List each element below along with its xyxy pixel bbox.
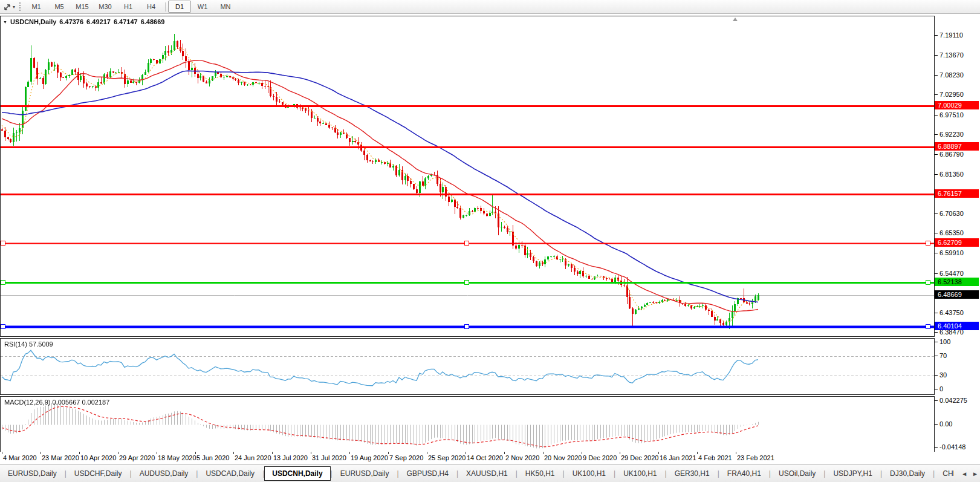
tf-button-m1[interactable]: M1 [25, 1, 48, 13]
date-label: 16 Jan 2021 [660, 454, 696, 461]
date-label: 20 Nov 2020 [544, 454, 582, 461]
tab-usdcnh-daily[interactable]: USDCNH,Daily [264, 466, 330, 481]
tab-gbpusd-h4[interactable]: GBPUSD,H4 [399, 466, 456, 481]
date-tick-mark [388, 452, 389, 454]
tf-button-m5[interactable]: M5 [48, 1, 71, 13]
date-tick-mark [157, 452, 157, 454]
price-tick-label: 7.19110 [939, 31, 963, 39]
tf-button-d1[interactable]: D1 [168, 1, 191, 13]
date-tick-mark [195, 452, 196, 454]
price-tick-label: 6.92230 [939, 131, 964, 138]
rsi-value: 57.5009 [29, 340, 53, 348]
symbol-expand-icon[interactable]: ▼ [3, 20, 7, 24]
tab-dj30-daily[interactable]: DJ30,Daily [882, 466, 933, 481]
toolbar-grip[interactable] [19, 2, 21, 11]
date-tick-mark [41, 452, 41, 454]
chevron-down-icon[interactable]: ▾ [13, 4, 15, 10]
chart-shift-marker[interactable] [733, 18, 738, 21]
date-label: 10 Apr 2020 [80, 454, 116, 461]
price-tick-label: 7.08230 [939, 71, 964, 79]
date-label: 24 Jun 2020 [235, 454, 271, 461]
axis-tick-mark [935, 375, 938, 376]
date-tick-mark [466, 452, 466, 454]
level-badge-6.76157: 6.76157 [935, 189, 979, 198]
tab-eurusd-daily[interactable]: EURUSD,Daily [333, 466, 397, 481]
axis-tick-mark [935, 313, 938, 313]
tab-hk50-h1[interactable]: HK50,H1 [518, 466, 563, 481]
price-tick-label: 6.43750 [939, 309, 964, 316]
axis-tick-mark [935, 233, 938, 233]
macd-tick-label: 0.042275 [939, 397, 967, 404]
axis-tick-mark [935, 94, 938, 95]
price-tick-label: 6.65350 [939, 229, 964, 236]
price-tick-label: 6.54470 [939, 270, 964, 277]
date-tick-mark [2, 452, 2, 454]
date-tick-mark [620, 452, 620, 454]
rsi-tick-label: 70 [939, 352, 947, 359]
level-badge-6.52138: 6.52138 [935, 278, 979, 286]
date-tick-mark [658, 452, 659, 454]
axis-tick-mark [935, 447, 938, 448]
date-label: 31 Jul 2020 [312, 454, 346, 461]
rsi-pane: RSI(14) 57.5009 [0, 338, 935, 395]
date-tick-mark [118, 452, 118, 454]
tf-button-m30[interactable]: M30 [94, 1, 117, 13]
tab-usdchf-daily[interactable]: USDCHF,Daily [67, 466, 130, 481]
date-label: 19 Aug 2020 [351, 454, 388, 461]
axis-tick-mark [935, 273, 938, 274]
tf-button-h4[interactable]: H4 [140, 1, 163, 13]
date-label: 4 Mar 2020 [3, 454, 37, 461]
tf-button-h1[interactable]: H1 [117, 1, 140, 13]
tab-fra40-h1[interactable]: FRA40,H1 [719, 466, 769, 481]
rsi-tick-label: 0 [939, 385, 943, 392]
tab-uk100-h1[interactable]: UK100,H1 [565, 466, 614, 481]
rsi-tick-label: 30 [939, 371, 947, 379]
date-label: 29 Apr 2020 [119, 454, 155, 461]
rsi-canvas[interactable] [1, 339, 934, 394]
chart-high-value: 6.49217 [86, 18, 111, 25]
axis-tick-mark [935, 253, 938, 253]
current-price-badge: 6.48669 [935, 290, 979, 299]
date-label: 29 Dec 2020 [621, 454, 658, 461]
axis-tick-mark [935, 115, 938, 116]
date-label: 23 Feb 2021 [737, 454, 774, 461]
macd-tick-label: -0.04148 [939, 443, 965, 451]
macd-canvas[interactable] [1, 397, 934, 452]
tab-scroll-right-icon[interactable]: ► [972, 471, 978, 477]
tab-usdcad-daily[interactable]: USDCAD,Daily [198, 466, 262, 481]
date-label: 13 Jul 2020 [273, 454, 308, 461]
price-tick-label: 6.81350 [939, 171, 964, 178]
tab-uk100-h1[interactable]: UK100,H1 [615, 466, 664, 481]
axis-tick-mark [935, 424, 938, 425]
axis-tick-mark [935, 342, 938, 342]
pointer-tool-icon[interactable] [2, 2, 12, 11]
tab-usdjpy-h1[interactable]: USDJPY,H1 [825, 466, 880, 481]
price-chart-canvas[interactable] [1, 16, 934, 336]
date-tick-mark [349, 452, 350, 454]
tab-xauusd-h1[interactable]: XAUUSD,H1 [458, 466, 516, 481]
chart-close-value: 6.48669 [141, 18, 165, 25]
tf-button-w1[interactable]: W1 [191, 1, 214, 13]
tab-audusd-daily[interactable]: AUDUSD,Daily [132, 466, 196, 481]
tab-scroll-left-icon[interactable]: ◄ [961, 471, 967, 477]
tab-eurusd-daily[interactable]: EURUSD,Daily [0, 466, 65, 481]
date-tick-mark [697, 452, 698, 454]
level-badge-6.40104: 6.40104 [935, 322, 979, 330]
tf-button-mn[interactable]: MN [214, 1, 237, 13]
level-badge-6.88897: 6.88897 [935, 142, 979, 151]
date-label: 2 Nov 2020 [505, 454, 539, 461]
date-tick-mark [272, 452, 273, 454]
tab-ger30-h1[interactable]: GER30,H1 [667, 466, 718, 481]
rsi-label: RSI(14) 57.5009 [4, 340, 53, 348]
level-badge-6.62709: 6.62709 [935, 238, 979, 247]
tab-china300-h1[interactable]: CHINA300,H1 [935, 466, 954, 481]
price-tick-label: 6.59910 [939, 249, 964, 256]
axis-tick-mark [935, 174, 938, 175]
date-tick-mark [427, 452, 427, 454]
axis-tick-mark [935, 213, 938, 214]
chart-low-value: 6.47147 [114, 18, 138, 25]
tab-usoil-daily[interactable]: USOil,Daily [771, 466, 823, 481]
tf-button-m15[interactable]: M15 [71, 1, 94, 13]
date-tick-mark [582, 452, 582, 454]
price-tick-label: 7.02950 [939, 91, 964, 98]
